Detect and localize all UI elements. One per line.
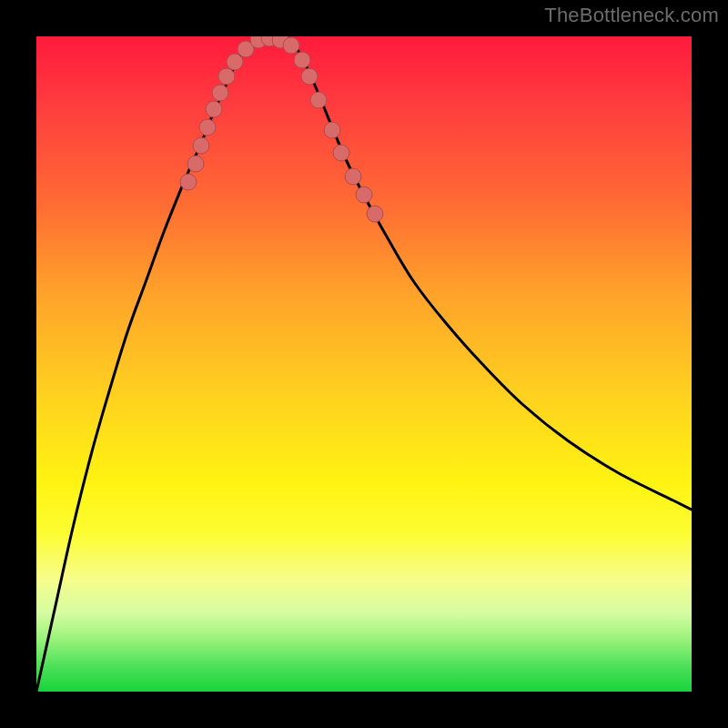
curve-marker xyxy=(283,37,299,54)
bottleneck-curve xyxy=(36,37,692,692)
curve-marker xyxy=(345,168,361,185)
curve-marker xyxy=(310,92,327,108)
curve-marker xyxy=(212,85,228,101)
bottleneck-curve-layer xyxy=(36,36,692,692)
curve-marker xyxy=(199,119,216,136)
curve-marker xyxy=(301,68,318,85)
curve-marker xyxy=(206,101,222,117)
curve-marker xyxy=(324,122,340,138)
curve-marker xyxy=(218,68,235,85)
curve-marker xyxy=(367,206,383,222)
curve-marker xyxy=(180,174,197,190)
curve-marker xyxy=(187,156,204,172)
curve-marker xyxy=(356,187,372,203)
curve-marker xyxy=(227,54,243,70)
curve-marker xyxy=(193,137,209,154)
chart-frame: TheBottleneck.com xyxy=(0,0,728,728)
watermark-text: TheBottleneck.com xyxy=(544,4,719,27)
curve-marker xyxy=(333,145,349,161)
curve-markers xyxy=(180,36,383,222)
curve-marker xyxy=(294,52,310,68)
